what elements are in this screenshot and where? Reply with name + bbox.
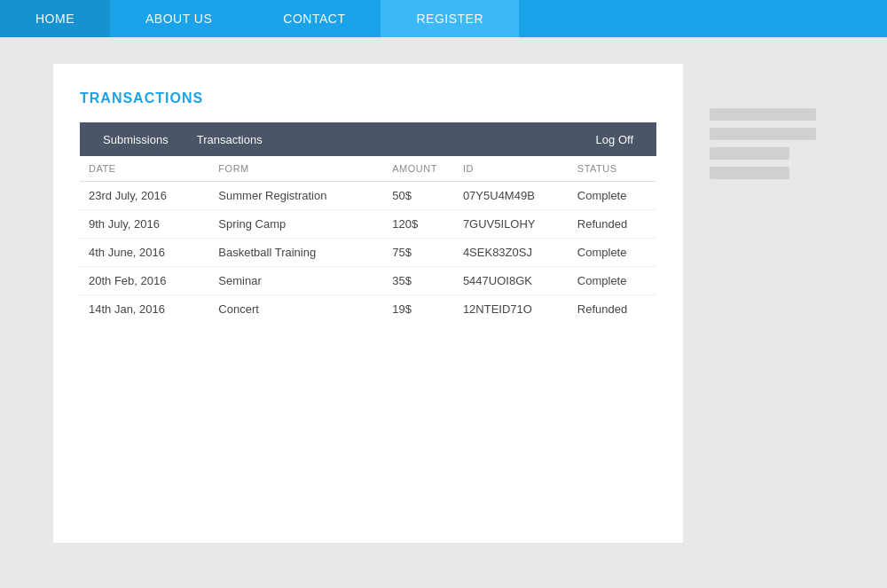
cell-form: Summer Registration (209, 182, 383, 210)
tab-submissions[interactable]: Submissions (89, 122, 183, 156)
cell-id: 7GUV5ILOHY (454, 210, 569, 239)
table-row: 4th June, 2016 Basketball Training 75$ 4… (80, 239, 656, 267)
sidebar-bar (710, 167, 789, 179)
cell-amount: 19$ (383, 295, 454, 324)
cell-form: Basketball Training (209, 239, 383, 267)
cell-amount: 120$ (383, 210, 454, 239)
col-header-date: DATE (80, 156, 209, 182)
cell-status: Complete (569, 267, 656, 295)
table-row: 23rd July, 2016 Summer Registration 50$ … (80, 182, 656, 210)
cell-form: Seminar (209, 267, 383, 295)
cell-status: Refunded (569, 210, 656, 239)
page-title: TRANSACTIONS (80, 90, 656, 106)
col-header-status: STATUS (569, 156, 656, 182)
cell-id: 5447UOI8GK (454, 267, 569, 295)
page-wrapper: TRANSACTIONS Submissions Transactions Lo… (0, 37, 887, 569)
col-header-form: FORM (209, 156, 383, 182)
cell-date: 23rd July, 2016 (80, 182, 209, 210)
col-header-id: ID (454, 156, 569, 182)
cell-id: 07Y5U4M49B (454, 182, 569, 210)
table-row: 9th July, 2016 Spring Camp 120$ 7GUV5ILO… (80, 210, 656, 239)
cell-amount: 50$ (383, 182, 454, 210)
tab-transactions[interactable]: Transactions (183, 122, 277, 156)
main-card: TRANSACTIONS Submissions Transactions Lo… (53, 64, 683, 543)
nav-home[interactable]: HOME (0, 0, 110, 37)
navigation: HOME ABOUT US CONTACT REGISTER (0, 0, 887, 37)
transactions-table: DATE FORM AMOUNT ID STATUS 23rd July, 20… (80, 156, 656, 323)
sidebar-bar (710, 128, 816, 140)
logoff-button[interactable]: Log Off (582, 122, 648, 156)
sidebar (710, 64, 834, 543)
cell-id: 4SEK83Z0SJ (454, 239, 569, 267)
sidebar-bar (710, 147, 789, 160)
nav-register[interactable]: REGISTER (381, 0, 519, 37)
cell-status: Complete (569, 182, 656, 210)
cell-date: 20th Feb, 2016 (80, 267, 209, 295)
cell-amount: 75$ (383, 239, 454, 267)
cell-date: 9th July, 2016 (80, 210, 209, 239)
cell-date: 4th June, 2016 (80, 239, 209, 267)
col-header-amount: AMOUNT (383, 156, 454, 182)
cell-form: Concert (209, 295, 383, 324)
table-header-row: DATE FORM AMOUNT ID STATUS (80, 156, 656, 182)
nav-about[interactable]: ABOUT US (110, 0, 247, 37)
cell-amount: 35$ (383, 267, 454, 295)
nav-contact[interactable]: CONTACT (247, 0, 381, 37)
cell-form: Spring Camp (209, 210, 383, 239)
table-row: 14th Jan, 2016 Concert 19$ 12NTEID71O Re… (80, 295, 656, 324)
cell-status: Complete (569, 239, 656, 267)
table-row: 20th Feb, 2016 Seminar 35$ 5447UOI8GK Co… (80, 267, 656, 295)
cell-date: 14th Jan, 2016 (80, 295, 209, 324)
table-header-bar: Submissions Transactions Log Off (80, 122, 656, 156)
cell-id: 12NTEID71O (454, 295, 569, 324)
sidebar-bar (710, 108, 816, 121)
cell-status: Refunded (569, 295, 656, 324)
